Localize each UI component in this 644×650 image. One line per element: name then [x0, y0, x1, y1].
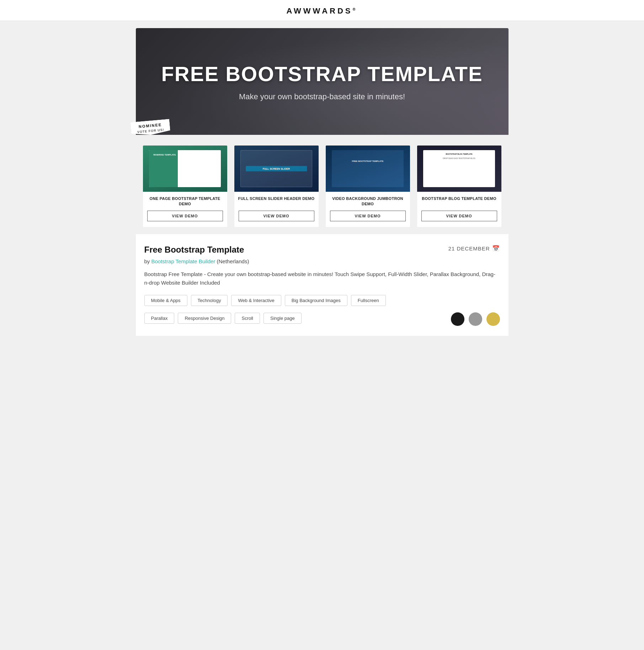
demo-thumb-1 [143, 146, 227, 192]
view-demo-button-1[interactable]: VIEW DEMO [147, 211, 223, 221]
tag-responsive-design[interactable]: Responsive Design [178, 313, 231, 324]
demo-grid: ONE PAGE BOOTSTRAP TEMPLATE DEMO VIEW DE… [136, 135, 509, 234]
info-header: Free Bootstrap Template 21 DECEMBER 📅 [144, 245, 500, 255]
demo-label-1: ONE PAGE BOOTSTRAP TEMPLATE DEMO [143, 192, 227, 211]
calendar-icon: 📅 [492, 245, 500, 252]
thumb-inner-3 [332, 150, 403, 187]
thumb-inner-4 [423, 150, 495, 187]
hero-title: FREE BOOTSTRAP TEMPLATE [161, 62, 483, 86]
site-header: AWWWARDS® [0, 0, 644, 21]
tag-parallax[interactable]: Parallax [144, 313, 175, 324]
tag-web-interactive[interactable]: Web & Interactive [231, 295, 281, 306]
info-title: Free Bootstrap Template [144, 245, 244, 255]
demo-item-4: BOOTSTRAP BLOG TEMPLATE DEMO VIEW DEMO [417, 146, 501, 227]
tag-scroll[interactable]: Scroll [235, 313, 260, 324]
color-dot-gold[interactable] [486, 312, 500, 326]
hero-banner: FREE BOOTSTRAP TEMPLATE Make your own bo… [136, 28, 509, 135]
date-text: 21 DECEMBER [448, 245, 490, 252]
demo-label-2: FULL SCREEN SLIDER HEADER DEMO [234, 192, 319, 211]
demo-btn-wrap-2: VIEW DEMO [234, 211, 319, 227]
nominee-ribbon: NOMINEE VOTE FOR US! [130, 119, 170, 136]
view-demo-button-4[interactable]: VIEW DEMO [421, 211, 497, 221]
screenshot-section: NOMINEE VOTE FOR US! FREE BOOTSTRAP TEMP… [136, 28, 509, 234]
hero-subtitle: Make your own bootstrap-based site in mi… [239, 92, 405, 101]
demo-btn-wrap-4: VIEW DEMO [417, 211, 501, 227]
author-name: Bootstrap Template Builder [151, 258, 215, 264]
info-description: Bootstrap Free Template - Create your ow… [144, 270, 500, 287]
site-logo[interactable]: AWWWARDS® [286, 6, 357, 15]
tag-mobile-apps[interactable]: Mobile & Apps [144, 295, 187, 306]
nominee-badge[interactable]: NOMINEE VOTE FOR US! [131, 121, 170, 135]
view-demo-button-2[interactable]: VIEW DEMO [239, 211, 314, 221]
by-label: by [144, 258, 150, 264]
demo-btn-wrap-3: VIEW DEMO [326, 211, 410, 227]
info-section: Free Bootstrap Template 21 DECEMBER 📅 by… [136, 234, 509, 336]
tag-technology[interactable]: Technology [191, 295, 228, 306]
tag-big-background[interactable]: Big Background Images [285, 295, 347, 306]
thumb-inner-1 [149, 150, 220, 187]
color-dot-gray[interactable] [469, 312, 482, 326]
logo-reg: ® [352, 7, 357, 11]
logo-text: AWWWARDS [286, 6, 352, 15]
demo-thumb-4 [417, 146, 501, 192]
colors-row [451, 312, 500, 326]
demo-btn-wrap-1: VIEW DEMO [143, 211, 227, 227]
demo-label-3: VIDEO BACKGROUND JUMBOTRON DEMO [326, 192, 410, 211]
demo-item-3: VIDEO BACKGROUND JUMBOTRON DEMO VIEW DEM… [326, 146, 410, 227]
tags-row-1: Mobile & Apps Technology Web & Interacti… [144, 295, 500, 306]
demo-label-4: BOOTSTRAP BLOG TEMPLATE DEMO [417, 192, 501, 211]
main-container: NOMINEE VOTE FOR US! FREE BOOTSTRAP TEMP… [130, 21, 514, 347]
author-location-text: (Netherlands) [217, 258, 249, 264]
demo-item-1: ONE PAGE BOOTSTRAP TEMPLATE DEMO VIEW DE… [143, 146, 227, 227]
thumb-inner-2 [240, 150, 312, 187]
info-author: by Bootstrap Template Builder (Netherlan… [144, 258, 500, 264]
info-date: 21 DECEMBER 📅 [448, 245, 500, 252]
demo-thumb-2 [234, 146, 319, 192]
tag-fullscreen[interactable]: Fullscreen [351, 295, 386, 306]
tags-row-2: Parallax Responsive Design Scroll Single… [144, 313, 302, 324]
color-dot-black[interactable] [451, 312, 464, 326]
demo-thumb-3 [326, 146, 410, 192]
demo-item-2: FULL SCREEN SLIDER HEADER DEMO VIEW DEMO [234, 146, 319, 227]
tag-single-page[interactable]: Single page [264, 313, 302, 324]
view-demo-button-3[interactable]: VIEW DEMO [330, 211, 406, 221]
author-link[interactable]: Bootstrap Template Builder [151, 258, 217, 264]
